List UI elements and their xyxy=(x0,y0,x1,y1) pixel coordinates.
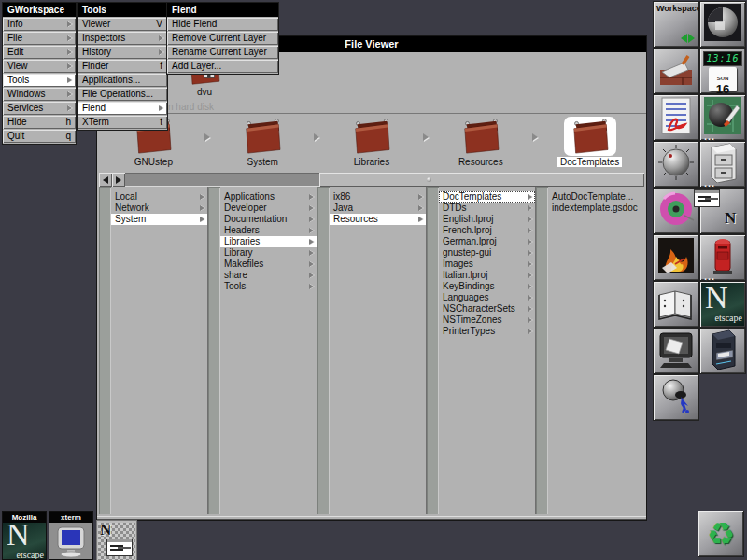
browser-item-share[interactable]: share xyxy=(220,270,317,281)
menu-item-edit[interactable]: Edit xyxy=(3,46,76,59)
menu-item-windows[interactable]: Windows xyxy=(3,88,76,101)
scroll-left-button[interactable] xyxy=(99,173,112,187)
menu-item-inspectors[interactable]: Inspectors xyxy=(78,32,167,45)
menu-item-file[interactable]: File xyxy=(3,32,76,45)
browser-item-indextemplate-gsdoc[interactable]: indextemplate.gsdoc xyxy=(548,203,644,214)
menu-title-tools[interactable]: Tools xyxy=(78,3,167,17)
browser-item-gnustep-gui[interactable]: gnustep-gui xyxy=(439,247,535,259)
browser-item-system[interactable]: System xyxy=(111,214,207,225)
path-folder-libraries[interactable]: Libraries xyxy=(317,115,427,172)
dock-tile-sphere-chart[interactable] xyxy=(700,2,745,47)
dock-tile-fire-burner[interactable] xyxy=(654,235,698,280)
dock-tile-paint-sphere[interactable]: ... xyxy=(700,95,745,140)
dock-tile-volume-knob[interactable] xyxy=(654,142,698,187)
browser-item-documentation[interactable]: Documentation xyxy=(220,214,317,225)
browser-item-resources[interactable]: Resources xyxy=(330,214,426,225)
browser-item-library[interactable]: Library xyxy=(220,247,317,259)
scrollbar-knob[interactable] xyxy=(319,173,644,187)
browser-item-keybindings[interactable]: KeyBindings xyxy=(439,281,535,292)
browser-item-applications[interactable]: Applications xyxy=(220,191,317,203)
miniwindow-mozilla[interactable]: MozillaNetscape xyxy=(2,511,47,560)
browser-item-local[interactable]: Local xyxy=(111,191,207,203)
menu-item-label: History xyxy=(82,46,111,59)
browser-item-developer[interactable]: Developer xyxy=(220,203,317,214)
menu-item-info[interactable]: Info xyxy=(3,18,76,31)
branch-arrow-icon xyxy=(528,261,532,267)
window-resize-bar[interactable] xyxy=(97,516,646,520)
menu-item-fiend[interactable]: Fiend xyxy=(78,102,167,115)
ink-bottle-icon xyxy=(656,376,696,419)
menu-item-hide-fiend[interactable]: Hide Fiend xyxy=(167,18,278,31)
browser-item-autodoctemplate[interactable]: AutoDocTemplate... xyxy=(548,191,644,203)
miniwindow-xterm[interactable]: xterm xyxy=(49,511,93,560)
menu-item-remove-current-layer[interactable]: Remove Current Layer xyxy=(167,32,278,45)
column-scrollbar[interactable] xyxy=(427,187,439,514)
dock-tile-netscape-logo[interactable]: Netscape xyxy=(700,282,745,327)
column-scrollbar[interactable] xyxy=(536,187,548,514)
column-scrollbar[interactable] xyxy=(99,187,111,514)
recycler-dock-tile[interactable]: ♻ xyxy=(698,511,743,556)
browser-item-network[interactable]: Network xyxy=(111,203,207,214)
workspace-pager-arrows-icon xyxy=(681,34,695,43)
scrollbar-trough[interactable] xyxy=(125,173,319,187)
menu-item-add-layer[interactable]: Add Layer... xyxy=(167,60,278,73)
scrollbar-dimple xyxy=(427,177,431,182)
menu-item-xterm[interactable]: XTermt xyxy=(78,116,167,129)
horizontal-scrollbar[interactable] xyxy=(99,173,644,187)
browser-item-makefiles[interactable]: Makefiles xyxy=(220,259,317,270)
menu-item-finder[interactable]: Finderf xyxy=(78,60,167,73)
browser-item-images[interactable]: Images xyxy=(439,259,535,270)
path-folder-system[interactable]: System xyxy=(208,115,317,172)
dock-tile-workspace-pager[interactable]: Workspace xyxy=(654,2,698,47)
browser-item-java[interactable]: Java xyxy=(330,203,426,214)
home-folder-label: dvu xyxy=(179,87,230,97)
path-folder-doctemplates[interactable]: DocTemplates xyxy=(535,115,644,172)
browser-item-english-lproj[interactable]: English.lproj xyxy=(439,214,535,225)
column-scrollbar[interactable] xyxy=(317,187,330,514)
browser-item-ix86[interactable]: ix86 xyxy=(330,191,426,203)
menu-item-viewer[interactable]: ViewerV xyxy=(78,18,167,31)
dock-tile-cd-disc[interactable] xyxy=(654,189,698,233)
dock-tile-clock-calendar[interactable]: 13:16SUN16MAR xyxy=(700,49,745,93)
menu-title-fiend[interactable]: Fiend xyxy=(167,3,278,17)
menu-title-gworkspace[interactable]: GWorkspace xyxy=(3,3,76,17)
menu-item-rename-current-layer[interactable]: Rename Current Layer xyxy=(167,46,278,59)
browser-item-headers[interactable]: Headers xyxy=(220,225,317,236)
browser-item-printertypes[interactable]: PrinterTypes xyxy=(439,326,535,337)
column-scrollbar[interactable] xyxy=(208,187,220,514)
mini-appicon-mail-checkered[interactable]: N xyxy=(96,520,137,560)
dock-tile-mail-checkered[interactable]: N xyxy=(700,189,745,233)
browser-item-french-lproj[interactable]: French.lproj xyxy=(439,225,535,236)
brick-trowel-icon xyxy=(656,49,696,92)
menu-item-hide[interactable]: Hideh xyxy=(3,116,76,129)
dock-tile-ink-bottle[interactable] xyxy=(654,375,698,420)
browser-item-tools[interactable]: Tools xyxy=(220,281,317,292)
browser-item-nscharactersets[interactable]: NSCharacterSets xyxy=(439,303,535,315)
menu-item-services[interactable]: Services xyxy=(3,102,76,115)
browser-item-nstimezones[interactable]: NSTimeZones xyxy=(439,315,535,326)
browser-item-dtds[interactable]: DTDs xyxy=(439,203,535,214)
dock-tile-open-book[interactable] xyxy=(654,282,698,327)
menu-item-quit[interactable]: Quitq xyxy=(3,130,76,143)
branch-arrow-icon xyxy=(528,317,532,323)
path-folder-resources[interactable]: Resources xyxy=(426,115,535,172)
dock-tile-file-cabinet[interactable]: ... xyxy=(700,142,745,187)
scroll-right-button[interactable] xyxy=(112,173,125,187)
dock-tile-drive-tower[interactable] xyxy=(700,329,745,373)
menu-item-tools[interactable]: Tools xyxy=(3,74,76,87)
dock-tile-acrobat-document[interactable] xyxy=(654,95,698,140)
browser-item-doctemplates[interactable]: DocTemplates xyxy=(439,191,535,203)
path-separator-arrow-icon xyxy=(423,133,429,141)
dock-tile-postbox[interactable]: ... xyxy=(700,235,745,280)
menu-item-file-operations[interactable]: File Operations... xyxy=(78,88,167,101)
browser-item-libraries[interactable]: Libraries xyxy=(220,236,317,247)
menu-item-applications[interactable]: Applications... xyxy=(78,74,167,87)
submenu-arrow-icon xyxy=(67,21,72,27)
browser-item-italian-lproj[interactable]: Italian.lproj xyxy=(439,270,535,281)
dock-tile-monitor-scanner[interactable] xyxy=(654,329,698,373)
menu-item-view[interactable]: View xyxy=(3,60,76,73)
browser-item-german-lproj[interactable]: German.lproj xyxy=(439,236,535,247)
menu-item-history[interactable]: History xyxy=(78,46,167,59)
dock-tile-brick-trowel[interactable] xyxy=(654,49,698,93)
browser-item-languages[interactable]: Languages xyxy=(439,292,535,303)
